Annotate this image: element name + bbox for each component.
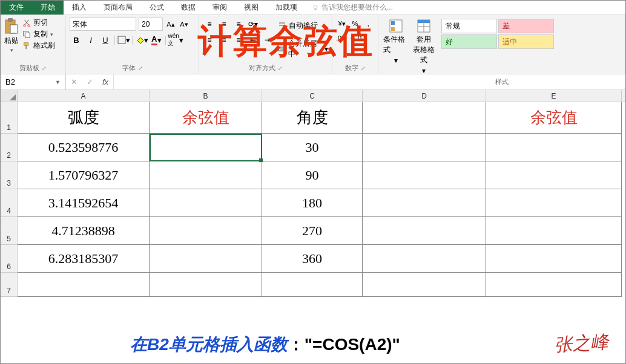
align-right-button[interactable]: ≡: [232, 33, 245, 47]
insert-function-button[interactable]: fx: [97, 74, 113, 89]
tab-review[interactable]: 审阅: [204, 1, 236, 15]
tab-formulas[interactable]: 公式: [141, 1, 173, 15]
tab-file[interactable]: 文件: [1, 1, 32, 15]
row-header-1[interactable]: 1: [1, 102, 18, 134]
tab-layout[interactable]: 页面布局: [95, 1, 141, 15]
paste-button[interactable]: 粘贴 ▾: [4, 18, 19, 53]
cell-a7[interactable]: [18, 273, 150, 297]
style-neutral[interactable]: 适中: [498, 34, 554, 49]
style-bad[interactable]: 差: [498, 19, 554, 33]
cell-a5[interactable]: 4.71238898: [18, 217, 150, 245]
cell-d7[interactable]: [363, 273, 486, 297]
align-launcher[interactable]: ⤢: [278, 65, 283, 71]
underline-button[interactable]: U: [99, 33, 112, 47]
col-header-e[interactable]: E: [486, 90, 622, 102]
currency-button[interactable]: ¥▾: [336, 18, 348, 30]
cell-b5[interactable]: [150, 217, 262, 245]
copy-button[interactable]: 复制 ▾: [22, 29, 55, 39]
cell-b2[interactable]: [150, 134, 262, 161]
cell-e5[interactable]: [486, 217, 622, 245]
tab-home[interactable]: 开始: [32, 1, 64, 15]
format-painter-button[interactable]: 格式刷: [22, 41, 55, 51]
comma-button[interactable]: ,: [362, 18, 374, 30]
cell-e4[interactable]: [486, 189, 622, 217]
tab-data[interactable]: 数据: [173, 1, 204, 15]
orientation-button[interactable]: ⟳▾: [246, 18, 260, 31]
col-header-a[interactable]: A: [18, 90, 150, 102]
tab-view[interactable]: 视图: [236, 1, 267, 15]
merge-center-button[interactable]: 合并后居中 ▾: [278, 39, 328, 59]
increase-font-button[interactable]: A▴: [165, 18, 176, 31]
table-format-button[interactable]: 套用 表格格式▾: [411, 19, 437, 75]
cell-d4[interactable]: [363, 189, 486, 217]
number-launcher[interactable]: ⤢: [361, 65, 366, 71]
font-name-input[interactable]: [70, 18, 136, 31]
cell-a1[interactable]: 弧度: [18, 102, 150, 134]
cell-a4[interactable]: 3.141592654: [18, 189, 150, 217]
indent-dec-button[interactable]: ⇤: [246, 33, 260, 47]
cell-a6[interactable]: 6.283185307: [18, 245, 150, 273]
style-normal[interactable]: 常规: [441, 19, 497, 33]
style-good[interactable]: 好: [441, 34, 497, 49]
cell-c5[interactable]: 270: [262, 217, 363, 245]
cell-e3[interactable]: [486, 161, 622, 189]
wrap-text-button[interactable]: 自动换行: [278, 21, 328, 31]
cell-b4[interactable]: [150, 189, 262, 217]
inc-decimal-button[interactable]: .0→: [336, 32, 348, 44]
cell-e2[interactable]: [486, 134, 622, 161]
cell-c7[interactable]: [262, 273, 363, 297]
accept-formula-button[interactable]: ✓: [82, 74, 97, 89]
col-header-d[interactable]: D: [363, 90, 486, 102]
cell-d3[interactable]: [363, 161, 486, 189]
row-header-6[interactable]: 6: [1, 245, 18, 273]
cell-c3[interactable]: 90: [262, 161, 363, 189]
tab-addins[interactable]: 加载项: [267, 1, 306, 15]
col-header-b[interactable]: B: [150, 90, 262, 102]
cell-c4[interactable]: 180: [262, 189, 363, 217]
cell-c1[interactable]: 角度: [262, 102, 363, 134]
align-middle-button[interactable]: ≡: [217, 18, 231, 31]
clipboard-launcher[interactable]: ⤢: [42, 65, 47, 71]
align-bottom-button[interactable]: ≡: [232, 18, 245, 31]
cut-button[interactable]: 剪切: [22, 18, 55, 28]
cell-b1[interactable]: 余弦值: [150, 102, 262, 134]
decrease-font-button[interactable]: A▾: [179, 18, 189, 31]
cell-e6[interactable]: [486, 245, 622, 273]
cell-c2[interactable]: 30: [262, 134, 363, 161]
bold-button[interactable]: B: [70, 33, 83, 47]
italic-button[interactable]: I: [84, 33, 97, 47]
cancel-formula-button[interactable]: ✕: [66, 74, 82, 89]
conditional-format-button[interactable]: 条件格式▾: [383, 19, 409, 65]
font-launcher[interactable]: ⤢: [138, 65, 143, 71]
cell-a2[interactable]: 0.523598776: [18, 134, 150, 161]
cell-b3[interactable]: [150, 161, 262, 189]
row-header-2[interactable]: 2: [1, 134, 18, 161]
row-header-3[interactable]: 3: [1, 161, 18, 189]
font-size-input[interactable]: [139, 18, 163, 31]
fill-color-button[interactable]: ▾: [135, 33, 148, 47]
row-header-4[interactable]: 4: [1, 189, 18, 217]
col-header-c[interactable]: C: [262, 90, 363, 102]
cell-a3[interactable]: 1.570796327: [18, 161, 150, 189]
align-center-button[interactable]: ≡: [217, 33, 231, 47]
borders-button[interactable]: ▾: [117, 33, 130, 47]
cell-b6[interactable]: [150, 245, 262, 273]
percent-button[interactable]: %: [349, 18, 361, 30]
cell-e1[interactable]: 余弦值: [486, 102, 622, 134]
dec-decimal-button[interactable]: ←.0: [349, 32, 361, 44]
row-header-5[interactable]: 5: [1, 217, 18, 245]
phonetic-button[interactable]: wén文▾: [168, 33, 183, 47]
tab-insert[interactable]: 插入: [64, 1, 95, 15]
tell-me[interactable]: 告诉我您想要做什么...: [306, 1, 399, 15]
cell-d6[interactable]: [363, 245, 486, 273]
cell-e7[interactable]: [486, 273, 622, 297]
cell-d1[interactable]: [363, 102, 486, 134]
cell-d5[interactable]: [363, 217, 486, 245]
cell-c6[interactable]: 360: [262, 245, 363, 273]
align-left-button[interactable]: ≡: [203, 33, 216, 47]
cell-b7[interactable]: [150, 273, 262, 297]
row-header-7[interactable]: 7: [1, 273, 18, 297]
align-top-button[interactable]: ≡: [203, 18, 216, 31]
indent-inc-button[interactable]: ⇥: [261, 33, 274, 47]
font-color-button[interactable]: A▾: [150, 33, 163, 47]
